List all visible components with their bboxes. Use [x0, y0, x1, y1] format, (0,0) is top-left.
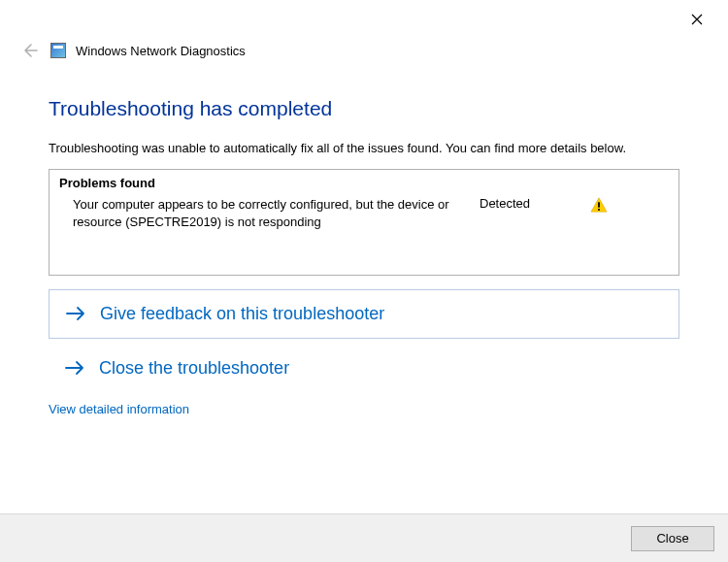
problem-row: Your computer appears to be correctly co… [59, 196, 669, 230]
feedback-label: Give feedback on this troubleshooter [100, 304, 384, 324]
view-detailed-link[interactable]: View detailed information [49, 402, 189, 416]
titlebar [0, 0, 728, 39]
back-button[interactable] [17, 39, 41, 62]
subtext: Troubleshooting was unable to automatica… [49, 140, 679, 157]
footer: Close [0, 513, 728, 562]
arrow-right-icon [64, 359, 85, 379]
app-icon [50, 43, 66, 58]
header-title: Windows Network Diagnostics [76, 44, 246, 58]
main-heading: Troubleshooting has completed [49, 97, 679, 120]
svg-rect-0 [598, 202, 600, 207]
close-icon [691, 14, 703, 25]
close-troubleshooter-label: Close the troubleshooter [99, 358, 289, 379]
problem-status: Detected [480, 196, 577, 211]
back-arrow-icon [19, 41, 39, 60]
warning-icon [590, 196, 608, 214]
svg-rect-1 [598, 209, 600, 211]
close-troubleshooter-option[interactable]: Close the troubleshooter [49, 345, 679, 392]
problems-box: Problems found Your computer appears to … [49, 169, 679, 276]
problems-title: Problems found [59, 176, 669, 190]
close-button[interactable]: Close [631, 526, 714, 551]
problem-description: Your computer appears to be correctly co… [73, 196, 466, 230]
content-area: Troubleshooting has completed Troublesho… [0, 68, 728, 416]
arrow-right-icon [65, 305, 86, 324]
header-row: Windows Network Diagnostics [0, 39, 728, 68]
window-close-button[interactable] [676, 5, 718, 34]
feedback-option[interactable]: Give feedback on this troubleshooter [49, 289, 679, 339]
